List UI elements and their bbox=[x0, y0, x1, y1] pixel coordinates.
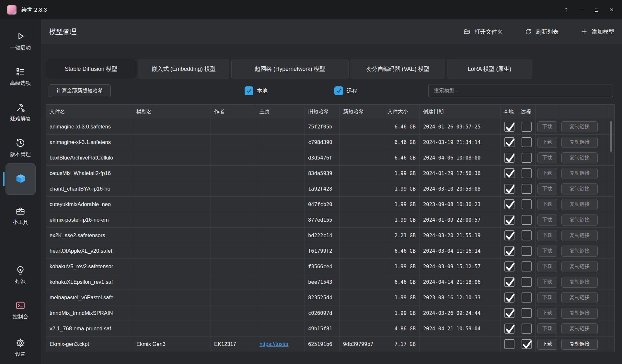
remote-checkbox-label[interactable]: 远程 bbox=[347, 87, 357, 94]
tab-vae[interactable]: 变分自编码器 (VAE) 模型 bbox=[351, 59, 445, 79]
copy-link-button[interactable]: 复制链接 bbox=[561, 199, 598, 210]
download-button[interactable]: 下载 bbox=[537, 121, 557, 132]
compute-hash-button[interactable]: 计算全部新版短哈希 bbox=[49, 84, 111, 97]
row-checkbox[interactable] bbox=[504, 308, 514, 318]
row-checkbox[interactable] bbox=[504, 230, 514, 240]
sidebar-item-one-click-launch[interactable]: 一键启动 bbox=[0, 31, 41, 51]
copy-link-button[interactable]: 复制链接 bbox=[561, 292, 598, 303]
row-checkbox[interactable] bbox=[522, 261, 532, 271]
row-checkbox[interactable] bbox=[522, 324, 532, 334]
copy-link-button[interactable]: 复制链接 bbox=[561, 230, 598, 241]
copy-link-button[interactable]: 复制链接 bbox=[561, 137, 598, 148]
row-checkbox[interactable] bbox=[504, 137, 514, 147]
row-checkbox[interactable] bbox=[522, 215, 532, 225]
row-checkbox[interactable] bbox=[522, 137, 532, 147]
copy-link-button[interactable]: 复制链接 bbox=[561, 339, 598, 350]
col-new-hash[interactable]: 新短哈希 bbox=[340, 105, 384, 119]
col-homepage[interactable]: 主页 bbox=[256, 105, 305, 119]
download-button[interactable]: 下载 bbox=[537, 168, 557, 179]
row-checkbox[interactable] bbox=[504, 199, 514, 209]
col-old-hash[interactable]: 旧短哈希 bbox=[305, 105, 340, 119]
close-button[interactable]: ✕ bbox=[604, 0, 619, 19]
row-checkbox[interactable] bbox=[522, 168, 532, 178]
download-button[interactable]: 下载 bbox=[537, 292, 557, 303]
sidebar-item-lightbulb[interactable]: 灯泡 bbox=[0, 265, 41, 285]
row-checkbox[interactable] bbox=[504, 324, 514, 334]
row-checkbox[interactable] bbox=[522, 246, 532, 256]
copy-link-button[interactable]: 复制链接 bbox=[561, 215, 598, 226]
copy-link-button[interactable]: 复制链接 bbox=[561, 152, 598, 163]
row-checkbox[interactable] bbox=[522, 230, 532, 240]
row-checkbox[interactable] bbox=[522, 277, 532, 287]
minimize-button[interactable] bbox=[574, 0, 589, 19]
download-button[interactable]: 下载 bbox=[537, 152, 557, 163]
row-checkbox[interactable] bbox=[522, 199, 532, 209]
sidebar-item-model-management[interactable] bbox=[6, 163, 36, 195]
remote-checkbox[interactable] bbox=[334, 86, 343, 95]
tab-hypernetwork[interactable]: 超网络 (Hypernetwork) 模型 bbox=[231, 59, 349, 79]
copy-link-button[interactable]: 复制链接 bbox=[561, 183, 598, 194]
row-checkbox[interactable] bbox=[504, 153, 514, 163]
copy-link-button[interactable]: 复制链接 bbox=[561, 121, 598, 132]
add-model-button[interactable]: 添加模型 bbox=[581, 28, 614, 36]
col-model-name[interactable]: 模型名 bbox=[133, 105, 211, 119]
row-checkbox[interactable] bbox=[504, 184, 514, 194]
row-checkbox[interactable] bbox=[504, 339, 514, 349]
row-checkbox[interactable] bbox=[522, 292, 532, 303]
col-file-size[interactable]: 文件大小 bbox=[384, 105, 420, 119]
refresh-list-button[interactable]: 刷新列表 bbox=[525, 28, 559, 36]
sidebar-item-troubleshooting[interactable]: 疑难解答 bbox=[0, 102, 41, 122]
row-checkbox[interactable] bbox=[522, 153, 532, 163]
sidebar-item-settings[interactable]: 设置 bbox=[0, 338, 41, 358]
tab-embedding[interactable]: 嵌入式 (Embedding) 模型 bbox=[138, 59, 229, 79]
help-button[interactable]: ? bbox=[559, 0, 574, 19]
sidebar-item-version-management[interactable]: 版本管理 bbox=[0, 138, 41, 158]
row-checkbox[interactable] bbox=[522, 339, 532, 349]
download-button[interactable]: 下载 bbox=[537, 339, 557, 350]
copy-link-button[interactable]: 复制链接 bbox=[561, 308, 598, 319]
row-checkbox[interactable] bbox=[504, 261, 514, 271]
col-local[interactable]: 本地 bbox=[501, 105, 518, 119]
col-filename[interactable]: 文件名 bbox=[46, 105, 133, 119]
row-checkbox[interactable] bbox=[504, 246, 514, 256]
row-checkbox[interactable] bbox=[522, 122, 532, 132]
download-button[interactable]: 下载 bbox=[537, 277, 557, 288]
download-button[interactable]: 下载 bbox=[537, 323, 557, 334]
download-button[interactable]: 下载 bbox=[537, 137, 557, 148]
row-checkbox[interactable] bbox=[522, 308, 532, 318]
row-checkbox[interactable] bbox=[522, 184, 532, 194]
copy-link-button[interactable]: 复制链接 bbox=[561, 323, 598, 334]
row-checkbox[interactable] bbox=[504, 277, 514, 287]
download-button[interactable]: 下载 bbox=[537, 215, 557, 226]
open-folder-button[interactable]: 打开文件夹 bbox=[464, 28, 503, 36]
tab-lora[interactable]: LoRA 模型 (原生) bbox=[447, 59, 532, 79]
homepage-link[interactable]: https://tusiar bbox=[259, 341, 289, 347]
local-checkbox[interactable] bbox=[245, 86, 253, 95]
tab-stable-diffusion[interactable]: Stable Diffusion 模型 bbox=[46, 59, 136, 79]
download-button[interactable]: 下载 bbox=[537, 261, 557, 272]
download-button[interactable]: 下载 bbox=[537, 199, 557, 210]
vertical-scrollbar-thumb[interactable] bbox=[610, 121, 612, 152]
download-button[interactable]: 下载 bbox=[537, 230, 557, 241]
row-checkbox[interactable] bbox=[504, 215, 514, 225]
search-input[interactable] bbox=[428, 84, 613, 97]
copy-link-button[interactable]: 复制链接 bbox=[561, 261, 598, 272]
col-created[interactable]: 创建日期 bbox=[420, 105, 501, 119]
app-window: 绘世 2.8.3 ? ✕ 一键启动 高级选项 疑难解答 bbox=[0, 0, 622, 364]
row-checkbox[interactable] bbox=[504, 122, 514, 132]
sidebar-item-advanced-options[interactable]: 高级选项 bbox=[0, 67, 41, 87]
row-checkbox[interactable] bbox=[504, 168, 514, 178]
maximize-button[interactable] bbox=[589, 0, 604, 19]
download-button[interactable]: 下载 bbox=[537, 308, 557, 319]
sidebar-item-small-tools[interactable]: 小工具 bbox=[0, 206, 41, 226]
copy-link-button[interactable]: 复制链接 bbox=[561, 168, 598, 179]
col-author[interactable]: 作者 bbox=[211, 105, 256, 119]
local-checkbox-label[interactable]: 本地 bbox=[257, 87, 268, 94]
col-remote[interactable]: 远程 bbox=[518, 105, 536, 119]
sidebar-item-console[interactable]: 控制台 bbox=[0, 300, 41, 320]
row-checkbox[interactable] bbox=[504, 292, 514, 303]
download-button[interactable]: 下载 bbox=[537, 246, 557, 257]
copy-link-button[interactable]: 复制链接 bbox=[561, 246, 598, 257]
download-button[interactable]: 下载 bbox=[537, 183, 557, 194]
copy-link-button[interactable]: 复制链接 bbox=[561, 277, 598, 288]
